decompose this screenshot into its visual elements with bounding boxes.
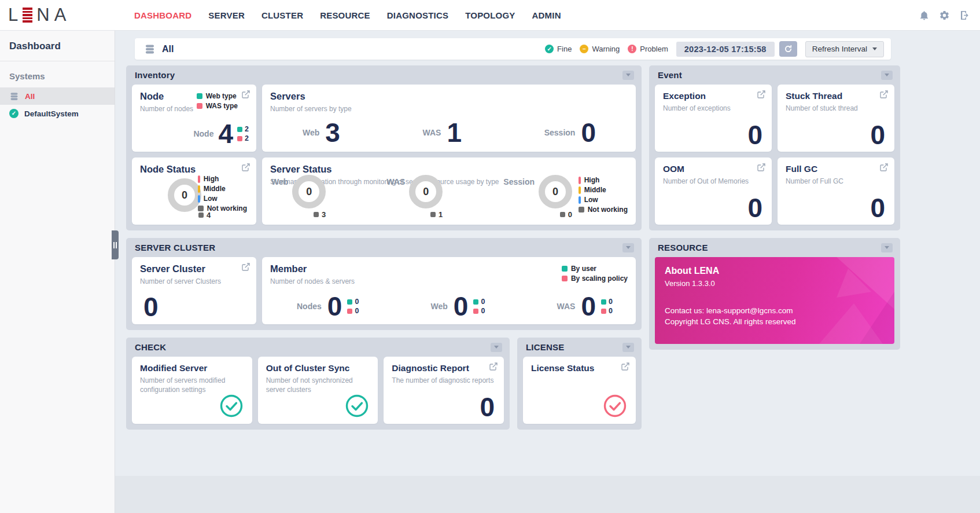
external-link-icon[interactable] [757,90,766,99]
license-status-title: License Status [531,363,628,373]
about-lena-box: About LENA Version 1.3.3.0 Contact us: l… [655,257,894,344]
member-card: Member Number of nodes & servers By user… [262,257,636,324]
was-type-swatch [197,103,202,109]
refresh-interval-dropdown[interactable]: Refresh Interval [805,41,884,57]
nav-dashboard[interactable]: DASHBOARD [134,10,191,20]
legend-warning: – Warning [580,45,620,53]
inventory-panel: Inventory Node Number of nodes Web type … [126,65,642,230]
oom-value: 0 [747,196,762,220]
stuck-thread-card: Stuck Thread Number of stuck thread 0 [778,85,894,152]
event-panel-title: Event [658,70,682,80]
resource-panel: RESOURCE About LENA Version 1.3.3.0 Cont… [649,238,900,350]
by-user-swatch [347,299,352,305]
legend-warning-label: Warning [592,45,620,53]
nodes-by-policy-count: 0 [355,307,359,315]
low-swatch [198,195,200,203]
sidebar-item-defaultsystem[interactable]: ✓ DefaultSystem [0,105,115,122]
node-status-donut-value: 0 [182,189,187,201]
lena-logo[interactable]: L N A [8,5,118,25]
server-cluster-card: Server Cluster Number of server Clusters… [132,257,256,324]
full-gc-subtitle: Number of Full GC [786,177,886,186]
was-type-swatch [237,136,242,141]
inventory-collapse-button[interactable] [622,71,634,80]
server-cluster-collapse-button[interactable] [622,243,634,252]
legend-problem-label: Problem [640,45,668,53]
nav-admin[interactable]: ADMIN [532,10,561,20]
chevron-down-icon [626,246,631,249]
external-link-icon[interactable] [879,90,889,99]
high-swatch [198,175,200,183]
not-working-swatch [198,206,204,211]
server-status-web-group: Web 0 3 [271,175,326,219]
server-status-legend: High Middle Low Not working [579,176,628,215]
database-icon [9,91,19,101]
scope-label: All [162,44,174,54]
event-collapse-button[interactable] [881,71,893,80]
top-header: L N A DASHBOARD SERVER CLUSTER RESOURCE … [0,0,980,31]
external-link-icon[interactable] [879,163,889,172]
low-swatch [579,196,581,204]
not-working-swatch [430,212,436,217]
server-cluster-value: 0 [143,295,158,319]
sidebar-collapse-handle[interactable] [112,230,119,259]
member-was-group: WAS 0 0 0 [557,295,613,318]
refresh-button[interactable] [779,41,797,57]
nav-diagnostics[interactable]: DIAGNOSTICS [387,10,448,20]
diagnostic-report-subtitle: The number of diagnostic reports [392,376,496,385]
event-panel: Event Exception Number of exceptions 0 S… [649,65,900,230]
check-collapse-button[interactable] [491,343,502,352]
sidebar-title: Dashboard [0,31,115,61]
middle-swatch [198,185,200,193]
was-by-user-count: 0 [609,298,613,306]
low-label: Low [584,196,598,204]
member-web-value: 0 [454,295,468,318]
low-label: Low [204,195,218,203]
stuck-thread-value: 0 [870,123,885,147]
license-collapse-button[interactable] [622,343,634,352]
node-total-value: 4 [218,122,233,146]
sidebar: Dashboard Systems All ✓ DefaultSystem [0,31,115,513]
session-notworking-count: 0 [568,210,572,219]
sidebar-item-all[interactable]: All [0,87,115,105]
external-link-icon[interactable] [241,90,250,99]
node-was-count: 2 [245,135,249,142]
external-link-icon[interactable] [241,163,250,172]
legend-fine-label: Fine [557,45,572,53]
member-nodes-value: 0 [327,295,342,318]
external-link-icon[interactable] [757,163,766,172]
member-nodes-label: Nodes [297,302,322,311]
chevron-down-icon [885,246,889,249]
was-donut: 0 [409,175,443,208]
logo-red-bars-icon [23,8,32,22]
server-cluster-panel: SERVER CLUSTER Server Cluster Number of … [126,238,642,330]
notifications-bell-icon[interactable] [919,10,930,21]
resource-collapse-button[interactable] [881,243,893,252]
settings-gear-icon[interactable] [939,10,950,21]
external-link-icon[interactable] [241,262,250,272]
nav-resource[interactable]: RESOURCE [320,10,370,20]
chevron-down-icon [872,47,877,50]
by-scaling-policy-swatch [562,276,568,281]
external-link-icon[interactable] [621,362,630,371]
servers-session-label: Session [544,128,576,137]
nav-cluster[interactable]: CLUSTER [261,10,303,20]
database-icon [144,43,156,55]
full-gc-card: Full GC Number of Full GC 0 [778,157,894,225]
check-panel: CHECK Modified Server Number of servers … [126,338,510,430]
nav-server[interactable]: SERVER [208,10,245,20]
by-user-swatch [473,299,478,305]
server-status-session-group: Session 0 0 [503,175,572,219]
by-user-label: By user [571,265,596,273]
web-type-swatch [237,127,242,132]
modified-server-title: Modified Server [140,363,244,373]
logout-door-icon[interactable] [959,10,970,21]
high-label: High [204,175,219,183]
nav-topology[interactable]: TOPOLOGY [465,10,515,20]
not-working-label: Not working [207,204,247,212]
node-status-legend: High Middle Low Not working [198,175,247,214]
external-link-icon[interactable] [489,362,498,371]
refresh-icon [784,45,793,53]
web-donut-value: 0 [306,186,312,198]
sidebar-item-label: DefaultSystem [24,109,79,118]
diagnostic-report-card: Diagnostic Report The number of diagnost… [384,357,504,424]
